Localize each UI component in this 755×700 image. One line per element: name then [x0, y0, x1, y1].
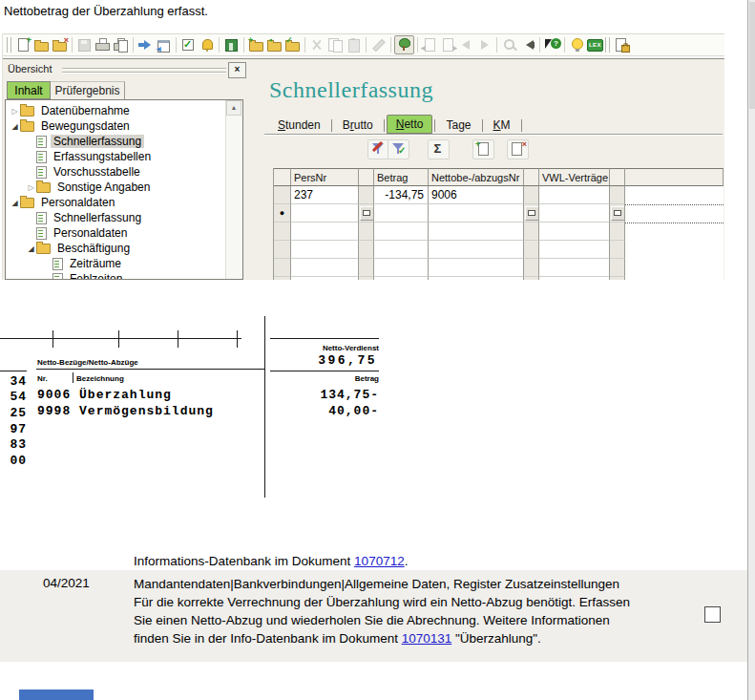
grid-row-empty — [274, 223, 724, 241]
open-icon[interactable] — [32, 36, 51, 53]
col-vwl: VWL-Verträge — [539, 168, 610, 186]
lex-info-icon[interactable]: LEX — [586, 36, 604, 53]
tree-item-erfassungstabellen[interactable]: Erfassungstabellen — [6, 149, 243, 164]
tab-brutto[interactable]: Brutto — [334, 117, 382, 134]
row-selector[interactable] — [274, 186, 291, 204]
lookup-button[interactable] — [525, 206, 539, 221]
expander-expanded-icon[interactable]: ◢ — [10, 122, 20, 131]
lookup-button[interactable] — [611, 206, 625, 221]
protected-document-icon[interactable] — [613, 36, 631, 53]
tab-tage[interactable]: Tage — [437, 117, 479, 134]
toolbar-separator — [539, 37, 540, 53]
search-document-icon[interactable] — [500, 36, 518, 53]
cell-button[interactable] — [524, 204, 539, 223]
cell-betrag[interactable]: -134,75 — [374, 186, 429, 204]
tree-item-schnellerfassung[interactable]: Schnellerfassung — [6, 134, 243, 149]
tab-separator — [384, 119, 385, 132]
tree-item-schnellerfassung-2[interactable]: Schnellerfassung — [6, 210, 243, 225]
cell-vwl[interactable] — [539, 204, 610, 223]
grid-row-current: ● — [274, 204, 724, 223]
close-file-icon[interactable]: × — [51, 36, 69, 53]
tree-scrollbar[interactable]: ▲ — [225, 100, 242, 279]
tree-item-bewegungsdaten[interactable]: ◢ Bewegungsdaten — [6, 118, 229, 134]
note-checkbox[interactable] — [704, 606, 721, 623]
tree-item-vorschusstabelle[interactable]: Vorschusstabelle — [6, 164, 243, 180]
context-help-icon[interactable]: ? — [543, 36, 561, 53]
organization-icon[interactable] — [222, 36, 241, 53]
cell-nettonr[interactable]: 9006 — [429, 186, 524, 204]
save-icon[interactable] — [75, 36, 94, 53]
cell-button[interactable] — [359, 186, 374, 204]
navigation-tree: ▷ Datenübernahme ◢ Bewegungsdaten Schnel… — [5, 99, 243, 280]
document-back-icon[interactable]: ◂ — [421, 36, 439, 53]
paste-icon[interactable] — [345, 36, 363, 53]
tree-item-zeitraeume[interactable]: Zeiträume — [6, 256, 243, 271]
goto-form-icon[interactable]: ◂ — [155, 36, 173, 53]
tasks-icon[interactable]: ✓ — [179, 36, 198, 53]
scroll-up-icon[interactable]: ▲ — [226, 100, 241, 116]
toolbar-grip — [7, 37, 11, 53]
add-row-icon[interactable]: + — [472, 139, 494, 159]
panel-grabber[interactable] — [62, 68, 226, 69]
tab-stunden[interactable]: Stunden — [269, 117, 329, 134]
forward-icon[interactable] — [475, 36, 493, 53]
current-record-icon[interactable]: ● — [274, 204, 291, 223]
tab-netto[interactable]: Netto — [387, 115, 433, 134]
employee-open-icon[interactable]: ▪ — [265, 36, 283, 53]
tree-view-icon[interactable] — [394, 35, 414, 54]
cell-button[interactable] — [359, 204, 374, 223]
toolbar-separator — [133, 37, 134, 53]
scrollbar-thumb[interactable] — [749, 2, 755, 109]
copy-icon[interactable] — [326, 36, 345, 53]
cell-persnr[interactable]: 237 — [291, 186, 359, 204]
highlight-pen-icon[interactable] — [369, 36, 388, 53]
lookup-button[interactable] — [360, 206, 374, 221]
back-icon[interactable] — [457, 36, 475, 53]
filter-icon[interactable]: ✓ — [388, 139, 409, 159]
cell-nettonr[interactable] — [429, 204, 524, 223]
close-panel-icon[interactable]: × — [228, 62, 246, 78]
document-link[interactable]: 1070131 — [402, 631, 452, 646]
transfer-icon[interactable] — [136, 36, 155, 53]
tab-pruefergebnis[interactable]: Prüfergebnis — [51, 81, 125, 99]
tree-item-personaldaten-2[interactable]: Personaldaten — [6, 225, 243, 241]
filter-edit-icon[interactable] — [367, 139, 389, 159]
cell-button[interactable] — [610, 186, 625, 204]
tree-item-personaldaten[interactable]: ◢ Personaldaten — [6, 195, 229, 210]
panel-grabber[interactable] — [62, 72, 226, 73]
note-row: 04/2021 Mandantendaten|Bankverbindungen|… — [0, 570, 747, 662]
tree-item-fehlzeiten[interactable]: Fehlzeiten — [6, 271, 243, 280]
expander-expanded-icon[interactable]: ◢ — [26, 244, 36, 253]
expander-expanded-icon[interactable]: ◢ — [10, 199, 20, 207]
delete-row-icon[interactable]: × — [507, 139, 529, 159]
expander-collapsed-icon[interactable]: ▷ — [10, 107, 20, 116]
cell-persnr[interactable] — [291, 204, 359, 223]
tab-inhalt[interactable]: Inhalt — [7, 81, 51, 99]
entry-grid: PersNr Betrag Nettobe-/abzugsNr VWL-Vert… — [273, 168, 724, 280]
employee-folder-icon[interactable]: ✓ — [283, 36, 302, 53]
cell-vwl[interactable] — [539, 186, 610, 204]
page-scrollbar[interactable] — [747, 0, 755, 700]
tree-item-sonstige-angaben[interactable]: ▷ Sonstige Angaben — [6, 180, 243, 195]
sum-icon[interactable]: Σ — [428, 139, 450, 159]
read-aloud-icon[interactable] — [518, 36, 536, 53]
document-forward-icon[interactable]: ▸ — [439, 36, 457, 53]
document-link[interactable]: 1070712 — [354, 554, 405, 568]
payslip-fragment: Netto-Verdienst 396,75 Netto-Bezüge/Nett… — [0, 315, 391, 506]
tree-item-beschaeftigung[interactable]: ◢ Beschäftigung — [6, 241, 243, 256]
cell-betrag[interactable] — [374, 204, 429, 223]
employee-add-icon[interactable]: + — [247, 36, 265, 53]
tab-km[interactable]: KM — [485, 117, 519, 134]
tree-item-datenuebernahme[interactable]: ▷ Datenübernahme — [6, 103, 229, 118]
expander-collapsed-icon[interactable]: ▷ — [26, 183, 36, 192]
cell-button[interactable] — [524, 186, 539, 204]
cell-button[interactable] — [610, 204, 625, 223]
tab-strip-underline — [264, 134, 723, 135]
print-preview-icon[interactable] — [112, 36, 130, 53]
print-icon[interactable] — [94, 36, 112, 53]
new-document-icon[interactable]: + — [14, 36, 32, 53]
focus-rect-dotted-line — [625, 223, 724, 223]
tip-lightbulb-icon[interactable] — [568, 36, 586, 53]
reminder-bell-icon[interactable] — [198, 36, 216, 53]
cut-icon[interactable] — [308, 36, 326, 53]
